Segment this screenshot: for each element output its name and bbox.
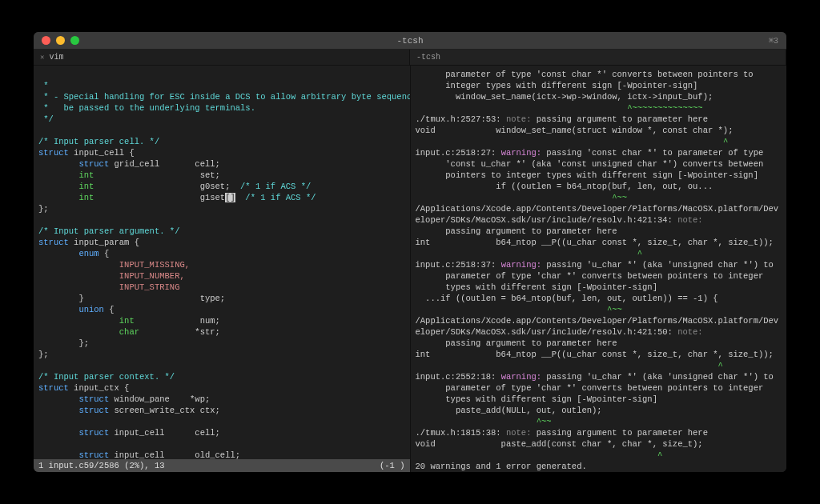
vim-statusbar: 1 input.c 59/2586 (2%), 13 (-1 ) <box>34 459 410 472</box>
vim-buffer: * * - Special handling for ESC inside a … <box>34 66 410 472</box>
minimize-icon[interactable] <box>56 36 65 45</box>
close-icon[interactable]: ✕ <box>40 53 44 62</box>
window-title: -tcsh <box>396 36 423 46</box>
window-indicator: ⌘3 <box>769 36 778 46</box>
zoom-icon[interactable] <box>70 36 79 45</box>
tab-label: -tcsh <box>416 53 440 62</box>
titlebar: -tcsh ⌘3 <box>34 32 786 50</box>
pane-vim[interactable]: * * - Special handling for ESC inside a … <box>34 66 411 472</box>
status-position: 59/2586 (2%), 13 <box>84 461 165 470</box>
split-panes: * * - Special handling for ESC inside a … <box>34 66 786 472</box>
compiler-output: parameter of type 'const char *' convert… <box>411 66 787 472</box>
terminal-window: -tcsh ⌘3 ✕ vim -tcsh * * - Special handl… <box>34 32 786 472</box>
traffic-lights <box>34 36 79 45</box>
pane-compiler[interactable]: parameter of type 'const char *' convert… <box>411 66 787 472</box>
tab-tcsh[interactable]: -tcsh <box>410 50 786 65</box>
status-right: (-1 ) <box>380 461 405 470</box>
status-filename: 1 input.c <box>38 461 84 470</box>
tab-label: vim <box>49 53 63 62</box>
close-icon[interactable] <box>42 36 50 45</box>
tab-vim[interactable]: ✕ vim <box>34 50 410 65</box>
tabbar: ✕ vim -tcsh <box>34 50 786 66</box>
